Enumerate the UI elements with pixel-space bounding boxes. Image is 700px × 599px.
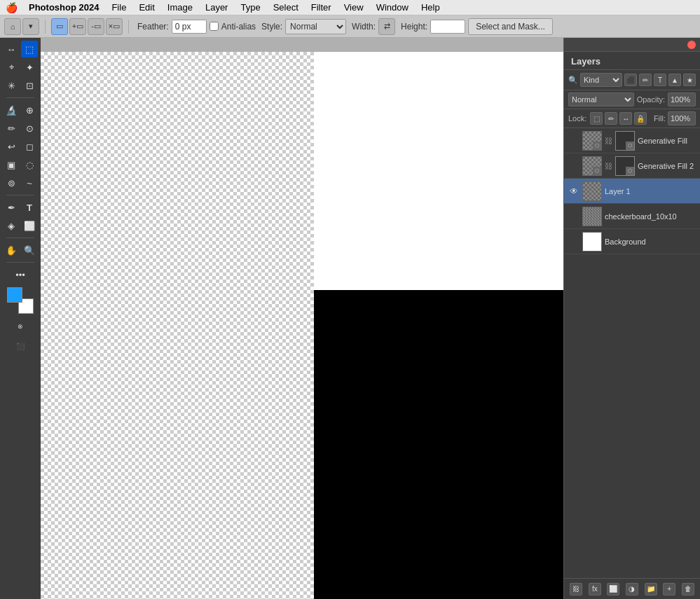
- layers-list: 👁 ⬡ ⛓ ⬡ Generative Fill 👁 ⬡ ⛓ ⬡: [564, 128, 700, 578]
- select-and-mask-button[interactable]: Select and Mask...: [468, 18, 553, 35]
- canvas-workspace: [41, 52, 563, 599]
- rect-marquee-shape-button[interactable]: ▭: [51, 18, 68, 35]
- blur-tool[interactable]: ◌: [21, 156, 38, 173]
- filter-adjustment-button[interactable]: ✏: [639, 74, 652, 86]
- add-mask-button[interactable]: ⬜: [607, 583, 619, 595]
- layer-visibility-generative-fill-2[interactable]: 👁: [568, 160, 579, 172]
- menu-window[interactable]: Window: [371, 1, 414, 14]
- subtract-selection-button[interactable]: -▭: [88, 18, 104, 35]
- swap-dimensions-button[interactable]: ⇄: [378, 18, 395, 35]
- menu-help[interactable]: Help: [416, 1, 446, 14]
- lock-all-button[interactable]: 🔒: [634, 112, 647, 125]
- new-preset-button[interactable]: ⌂: [4, 18, 21, 35]
- options-toolbar: ⌂ ▾ ▭ +▭ -▭ ×▭ Feather: Anti-alias Style…: [0, 15, 700, 38]
- layer-item-generative-fill[interactable]: 👁 ⬡ ⛓ ⬡ Generative Fill: [564, 128, 700, 153]
- style-label: Style:: [261, 22, 282, 32]
- filter-pixel-button[interactable]: ⬛: [624, 74, 637, 86]
- marquee-tool[interactable]: ⬚: [21, 41, 38, 57]
- zoom-tool[interactable]: 🔍: [21, 242, 38, 259]
- filter-type-button[interactable]: T: [654, 74, 666, 86]
- tools-row-4: 🔬 ⊕: [3, 102, 38, 118]
- style-select[interactable]: Normal Fixed Ratio Fixed Size: [285, 19, 346, 34]
- toolbar-separator-2: [128, 20, 129, 34]
- height-input[interactable]: [430, 20, 465, 34]
- move-tool[interactable]: ↔: [3, 41, 20, 57]
- add-layer-style-button[interactable]: fx: [589, 583, 601, 595]
- gradient-tool[interactable]: ▣: [3, 156, 20, 173]
- tool-presets-button[interactable]: ▾: [22, 18, 39, 35]
- menu-select[interactable]: Select: [268, 1, 304, 14]
- pen-tool[interactable]: ✒: [3, 199, 20, 216]
- opacity-label: Opacity:: [637, 95, 665, 104]
- delete-layer-button[interactable]: 🗑: [682, 583, 694, 595]
- layers-bottom-bar: ⛓ fx ⬜ ◑ 📁 + 🗑: [564, 578, 700, 599]
- menu-image[interactable]: Image: [162, 1, 198, 14]
- layers-lock-row: Lock: ⬚ ✏ ↔ 🔒 Fill:: [564, 109, 700, 128]
- eyedropper-tool[interactable]: 🔬: [3, 102, 20, 118]
- intersect-selection-button[interactable]: ×▭: [106, 18, 123, 35]
- menu-edit[interactable]: Edit: [133, 1, 160, 14]
- hand-tool[interactable]: ✋: [3, 242, 20, 259]
- menu-type[interactable]: Type: [235, 1, 266, 14]
- layer-visibility-generative-fill[interactable]: 👁: [568, 135, 579, 146]
- link-layers-button[interactable]: ⛓: [570, 583, 582, 595]
- dodge-tool[interactable]: ⊚: [3, 174, 20, 191]
- quick-mask-button[interactable]: ⊗: [12, 318, 29, 335]
- panel-close-button[interactable]: [687, 41, 696, 49]
- foreground-color-swatch[interactable]: [7, 287, 22, 303]
- healing-brush-tool[interactable]: ⊕: [21, 102, 38, 118]
- lock-pixels-button[interactable]: ⬚: [590, 112, 603, 125]
- blend-mode-select[interactable]: Normal Multiply Screen Overlay: [568, 92, 634, 106]
- layer-name-generative-fill: Generative Fill: [638, 137, 696, 145]
- layer-visibility-checkerboard[interactable]: 👁: [568, 211, 579, 222]
- smudge-tool[interactable]: ~: [21, 174, 38, 191]
- layer-visibility-layer-1[interactable]: 👁: [568, 186, 579, 197]
- brush-tool[interactable]: ✏: [3, 120, 20, 137]
- apple-logo-icon: 🍎: [6, 2, 18, 13]
- tools-separator-2: [6, 195, 34, 195]
- new-adjustment-layer-button[interactable]: ◑: [626, 583, 638, 595]
- eraser-tool[interactable]: ◻: [21, 138, 38, 155]
- layer-item-background[interactable]: 👁 Background: [564, 229, 700, 254]
- layer-visibility-background[interactable]: 👁: [568, 236, 579, 247]
- menu-file[interactable]: File: [106, 1, 132, 14]
- app-name[interactable]: Photoshop 2024: [23, 1, 104, 14]
- extra-tools-button[interactable]: •••: [12, 266, 29, 283]
- layers-panel-title: Layers: [564, 52, 700, 70]
- path-selection-tool[interactable]: ◈: [3, 217, 20, 234]
- clone-stamp-tool[interactable]: ⊙: [21, 120, 38, 137]
- new-layer-button[interactable]: +: [663, 583, 675, 595]
- feather-label: Feather:: [137, 22, 169, 32]
- lock-art-button[interactable]: ✏: [605, 112, 617, 125]
- magic-wand-tool[interactable]: ✳: [3, 77, 20, 94]
- opacity-input[interactable]: [668, 92, 696, 106]
- layer-thumb-background: [582, 232, 602, 252]
- type-tool[interactable]: T: [21, 199, 38, 216]
- anti-alias-label: Anti-alias: [221, 22, 256, 32]
- filter-kind-select[interactable]: Kind: [580, 73, 622, 87]
- tool-preset-group: ⌂ ▾: [4, 18, 39, 35]
- filter-smart-button[interactable]: ★: [683, 74, 696, 86]
- layers-filter-row: 🔍 Kind ⬛ ✏ T ▲ ★: [564, 70, 700, 90]
- shape-tool[interactable]: ⬜: [21, 217, 38, 234]
- menu-layer[interactable]: Layer: [200, 1, 234, 14]
- anti-alias-checkbox[interactable]: [210, 22, 219, 31]
- filter-shape-button[interactable]: ▲: [668, 74, 681, 86]
- crop-tool[interactable]: ⊡: [21, 77, 38, 94]
- layer-item-generative-fill-2[interactable]: 👁 ⬡ ⛓ ⬡ Generative Fill 2: [564, 153, 700, 179]
- lock-move-button[interactable]: ↔: [619, 112, 632, 125]
- add-selection-button[interactable]: +▭: [69, 18, 86, 35]
- feather-input[interactable]: [172, 20, 207, 34]
- new-group-button[interactable]: 📁: [645, 583, 657, 595]
- tools-row-1: ↔ ⬚: [3, 41, 38, 57]
- lasso-tool[interactable]: ⌖: [3, 59, 20, 76]
- history-brush-tool[interactable]: ↩: [3, 138, 20, 155]
- layer-item-layer-1[interactable]: 👁 Layer 1: [564, 179, 700, 204]
- layer-thumb-generative-fill: ⬡: [582, 131, 602, 151]
- screen-mode-button[interactable]: ⬛: [6, 338, 34, 354]
- layer-item-checkerboard[interactable]: 👁 checkerboard_10x10: [564, 204, 700, 229]
- polygonal-lasso-tool[interactable]: ✦: [21, 59, 38, 76]
- menu-filter[interactable]: Filter: [306, 1, 337, 14]
- menu-view[interactable]: View: [338, 1, 369, 14]
- fill-input[interactable]: [668, 111, 696, 125]
